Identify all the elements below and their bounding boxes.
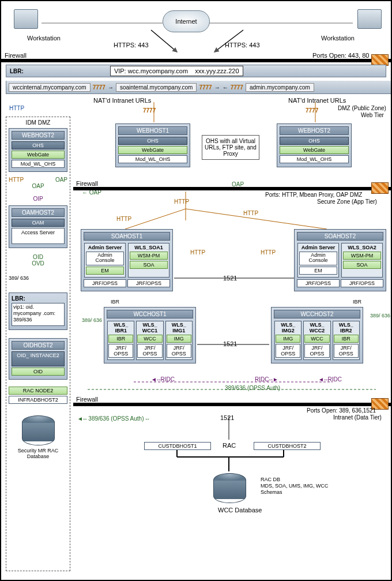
nat-port-1: 7777 xyxy=(93,84,105,91)
nat-label-right: NAT'd Intranet URLs xyxy=(288,97,346,104)
firewall3-label: Firewall xyxy=(76,396,98,403)
oidhost2-oid: OID xyxy=(12,368,65,376)
wcchost1-title: WCCHOST1 xyxy=(107,310,193,318)
http-center-2: HTTP xyxy=(243,210,258,216)
ibr-right: IBR xyxy=(353,299,361,305)
nat-label-left: NAT'd Intranet URLs xyxy=(93,97,151,104)
firewall1-bar xyxy=(1,59,391,62)
webhost2-webgate: WebGate xyxy=(280,146,349,154)
https-right-label: HTTPS: 443 xyxy=(225,42,260,48)
firewall3-zone: Intranet (Data Tier) xyxy=(333,414,382,421)
firewall2-zone: Secure Zone (App Tier) xyxy=(317,198,377,205)
svg-line-3 xyxy=(214,30,243,52)
wcchost1-c1-svc: IBR xyxy=(108,335,133,343)
port-389-636-left: 389/ 636 xyxy=(82,317,102,323)
https-left-label: HTTPS: 443 xyxy=(114,42,149,48)
webhost1-ohs: OHS xyxy=(118,137,187,145)
webhost2-title: WEBHOST2 xyxy=(280,126,349,135)
lbr-label: LBR: xyxy=(10,68,24,74)
oamhost2-oam: OAM xyxy=(12,219,65,227)
soahost2-admin-em: EM xyxy=(299,267,337,275)
wcchost1-c3-svc: IMG xyxy=(167,335,191,343)
port-389-636-right: 389/ 636 xyxy=(370,313,390,318)
firewall1-icon xyxy=(371,54,389,66)
soahost2-jrf2: JRF/OPSS xyxy=(341,279,383,287)
soahost1-jrf2: JRF/OPSS xyxy=(127,279,170,287)
soahost2-jrf1: JRF/OPSS xyxy=(297,279,340,287)
ridc-2: RIDC--► xyxy=(255,376,278,383)
infradbhost2: INFRADBHOST2 xyxy=(9,396,67,404)
rac-label: RAC xyxy=(223,442,236,449)
wcchost2-c1-svc: IMG xyxy=(276,335,300,343)
wcchost2-c3-svc: IBR xyxy=(334,335,359,343)
nat-row: wccinternal.mycompany.com 7777 → soainte… xyxy=(6,81,392,94)
idm-oip: OIP xyxy=(33,196,43,202)
idm-dmz-box: IDM DMZ WEBHOST2 OHS WebGate Mod_WL_OHS … xyxy=(6,117,70,571)
racnode2: RAC NODE2 xyxy=(9,387,67,395)
soahost2-admin-title: Admin Server xyxy=(299,245,337,250)
idm-webhost2-title: WEBHOST2 xyxy=(12,131,65,140)
idm-lbr-vip: vip1: oid. mycompany .com: 389/636 xyxy=(12,303,65,326)
opss-auth-left: ◄-- 389/636 (OPSS Auth) -- xyxy=(77,415,149,422)
soahost2-admin-console: Admin Console xyxy=(299,252,337,265)
wcchost1-c1-jrf: JRF/ OPSS xyxy=(108,344,133,358)
http-mid-2: HTTP xyxy=(261,249,276,256)
soahost1-jrf1: JRF/OPSS xyxy=(84,279,126,287)
idm-webhost2-ohs: OHS xyxy=(12,141,65,149)
port-1521-wcc: 1521 xyxy=(223,340,237,347)
lbr-bar: LBR: VIP: wcc.mycompany.com xxx.yyy.zzz.… xyxy=(6,65,386,77)
oamhost2-access: Access Server xyxy=(12,228,65,244)
ibr-left: IBR xyxy=(111,299,119,305)
wcchost2-c2-svc: WCC xyxy=(304,335,329,343)
wcchost2-c1-jrf: JRF/ OPSS xyxy=(276,344,300,358)
wcchost1-c2-svc: WCC xyxy=(137,335,162,343)
idm-webhost2-mod: Mod_WL_OHS xyxy=(12,160,65,168)
wcchost1-c2-jrf: JRF/ OPSS xyxy=(137,344,162,358)
nat-port-2: 7777 xyxy=(199,84,212,91)
idm-oap-2: OAP xyxy=(32,183,44,189)
ohs-note: OHS with all Virtual URLs, FTP site, and… xyxy=(202,135,259,160)
wcchost2: WCCHOST2 WLS_ IMG2 IMG JRF/ OPSS WLS_ WC… xyxy=(271,307,363,363)
svg-line-7 xyxy=(125,209,186,229)
http-center-1: HTTP xyxy=(174,198,189,205)
svg-line-2 xyxy=(151,30,177,52)
firewall1-label: Firewall xyxy=(5,52,27,59)
nat-wcc: wccinternal.mycompany.com xyxy=(9,83,91,92)
wcchost2-c1-title: WLS_ IMG2 xyxy=(276,322,300,333)
soahost2-title: SOAHOST2 xyxy=(297,232,383,241)
security-db-label: Security MR RAC Database xyxy=(9,448,67,459)
firewall2-ports: Ports: HTTP, Mbean Proxy, OAP DMZ xyxy=(265,192,362,198)
soahost1: SOAHOST1 Admin Server Admin Console EM W… xyxy=(81,229,173,291)
nat-soa: soainternal.mycompany.com xyxy=(116,83,197,92)
custdbhost1: CUSTDBHOST1 xyxy=(144,442,211,450)
idm-webhost2: WEBHOST2 OHS WebGate Mod_WL_OHS xyxy=(9,128,67,172)
soahost1-admin-em: EM xyxy=(86,267,124,275)
oidhost2-title: OIDHOST2 xyxy=(12,341,65,350)
firewall2-icon xyxy=(371,182,389,194)
soahost1-admin-title: Admin Server xyxy=(86,245,124,250)
wcchost1: WCCHOST1 WLS_ IBR1 IBR JRF/ OPSS WLS_ WC… xyxy=(104,307,196,363)
idm-oap-1: OAP xyxy=(55,177,67,183)
soahost1-title: SOAHOST1 xyxy=(84,232,170,241)
idm-lbr-title: LBR: xyxy=(12,295,65,302)
ridc-1: ◄--RIDC xyxy=(151,376,175,383)
wcchost1-c3-title: WLS_ IMG1 xyxy=(167,322,191,333)
webhost2-ohs: OHS xyxy=(280,137,349,145)
opss-auth: 389/636 (OPSS Auth) xyxy=(225,385,280,391)
ridc-3: ◄--RIDC xyxy=(318,376,342,383)
idm-oid: OID xyxy=(33,254,43,260)
firewall2-bar xyxy=(73,187,391,190)
rac-schemas: RAC DB MDS, SOA, UMS, IMG, WCC Schemas xyxy=(261,477,329,496)
wcchost1-c1-title: WLS_ IBR1 xyxy=(108,322,133,333)
dmz-label-2: Web Tier xyxy=(361,112,384,118)
idm-http: HTTP xyxy=(9,177,24,183)
wcchost2-c3-jrf: JRF/ OPSS xyxy=(334,344,359,358)
wcchost2-c3-title: WLS_ IBR2 xyxy=(334,322,359,333)
firewall3-ports: Ports Open: 389, 636,1521 xyxy=(307,407,376,414)
webhost1-mod: Mod_WL_OHS xyxy=(118,155,187,163)
wcc-db-icon xyxy=(213,473,246,503)
soahost2: SOAHOST2 Admin Server Admin Console EM W… xyxy=(294,229,386,291)
port-1521-mid: 1521 xyxy=(223,275,237,282)
http-mid-1: HTTP xyxy=(190,249,205,256)
internet-label: Internet xyxy=(175,18,197,25)
